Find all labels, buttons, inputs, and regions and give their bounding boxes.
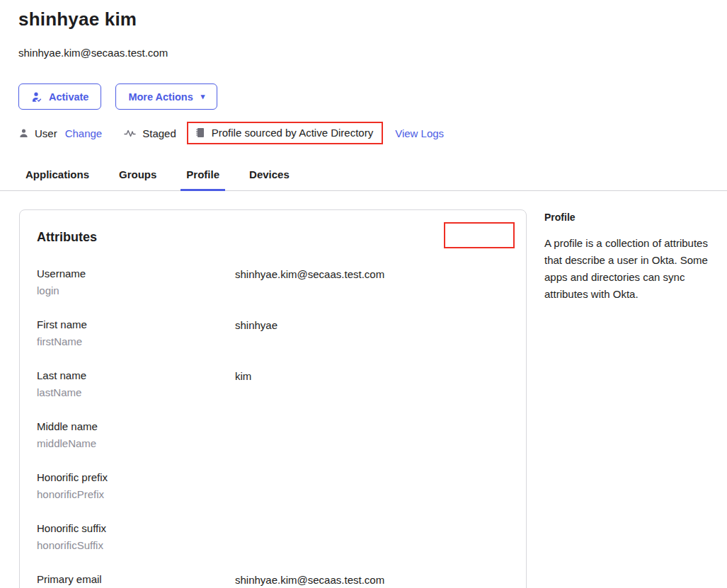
attribute-row-honorific-suffix: Honorific suffix honorificSuffix	[37, 521, 509, 555]
attribute-label: Honorific suffix	[37, 521, 235, 536]
change-user-type-link[interactable]: Change	[65, 127, 103, 139]
attribute-key: lastName	[37, 386, 235, 400]
user-email: shinhyae.kim@secaas.test.com	[18, 47, 709, 59]
user-icon	[18, 128, 29, 139]
attribute-label: Primary email	[37, 572, 235, 587]
help-panel-title: Profile	[544, 212, 721, 223]
attribute-label: Last name	[37, 369, 235, 383]
profile-help-panel: Profile A profile is a collection of att…	[544, 209, 721, 303]
status-label: Staged	[142, 127, 176, 139]
attribute-label: First name	[37, 318, 235, 332]
attribute-row-first-name: First name firstName shinhyae	[37, 318, 509, 352]
profile-source-annotation: Profile sourced by Active Directory	[187, 122, 383, 144]
page-title: shinhyae kim	[18, 0, 709, 30]
attribute-key: honorificPrefix	[37, 488, 235, 502]
attribute-key: firstName	[37, 335, 235, 349]
tab-profile[interactable]: Profile	[181, 162, 225, 191]
chevron-down-icon: ▾	[201, 92, 205, 101]
tab-bar: Applications Groups Profile Devices	[0, 162, 727, 191]
attributes-card: Attributes Username login shinhyae.kim@s…	[19, 209, 527, 588]
tab-applications[interactable]: Applications	[20, 162, 95, 191]
user-type-label: User	[35, 127, 57, 139]
attribute-key: login	[37, 284, 235, 298]
attribute-label: Honorific prefix	[37, 471, 235, 485]
empty-annotation-box	[444, 222, 515, 248]
attributes-card-title: Attributes	[37, 230, 509, 245]
attribute-value: shinhyae.kim@secaas.test.com	[235, 267, 384, 301]
attribute-label: Middle name	[37, 420, 235, 434]
directory-icon	[195, 127, 205, 138]
attribute-key: middleName	[37, 437, 235, 451]
tab-devices[interactable]: Devices	[244, 162, 295, 191]
attribute-value: shinhyae	[235, 318, 277, 352]
attribute-row-primary-email: Primary email email shinhyae.kim@secaas.…	[37, 572, 509, 588]
attribute-row-last-name: Last name lastName kim	[37, 369, 509, 403]
attribute-row-middle-name: Middle name middleName	[37, 420, 509, 454]
attribute-list: Username login shinhyae.kim@secaas.test.…	[37, 267, 509, 588]
help-panel-description: A profile is a collection of attributes …	[544, 235, 721, 303]
more-actions-button[interactable]: More Actions ▾	[115, 83, 217, 110]
attribute-row-username: Username login shinhyae.kim@secaas.test.…	[37, 267, 509, 301]
attribute-row-honorific-prefix: Honorific prefix honorificPrefix	[37, 471, 509, 505]
attribute-value: shinhyae.kim@secaas.test.com	[235, 572, 384, 588]
tab-groups[interactable]: Groups	[113, 162, 162, 191]
more-actions-label: More Actions	[128, 91, 193, 103]
attribute-label: Username	[37, 267, 235, 281]
status-staged-group: Staged	[124, 127, 176, 139]
main-content: Attributes Username login shinhyae.kim@s…	[0, 191, 727, 588]
status-row: User Change Staged Profile sourced by Ac…	[18, 122, 709, 144]
attribute-key: honorificSuffix	[37, 538, 235, 553]
activate-button-label: Activate	[49, 91, 88, 103]
attribute-value: kim	[235, 369, 251, 403]
profile-source-label: Profile sourced by Active Directory	[212, 127, 373, 139]
person-check-icon	[31, 91, 42, 103]
pulse-icon	[124, 128, 136, 138]
activate-button[interactable]: Activate	[18, 83, 101, 110]
actions-row: Activate More Actions ▾	[18, 83, 709, 110]
view-logs-link[interactable]: View Logs	[395, 127, 444, 139]
